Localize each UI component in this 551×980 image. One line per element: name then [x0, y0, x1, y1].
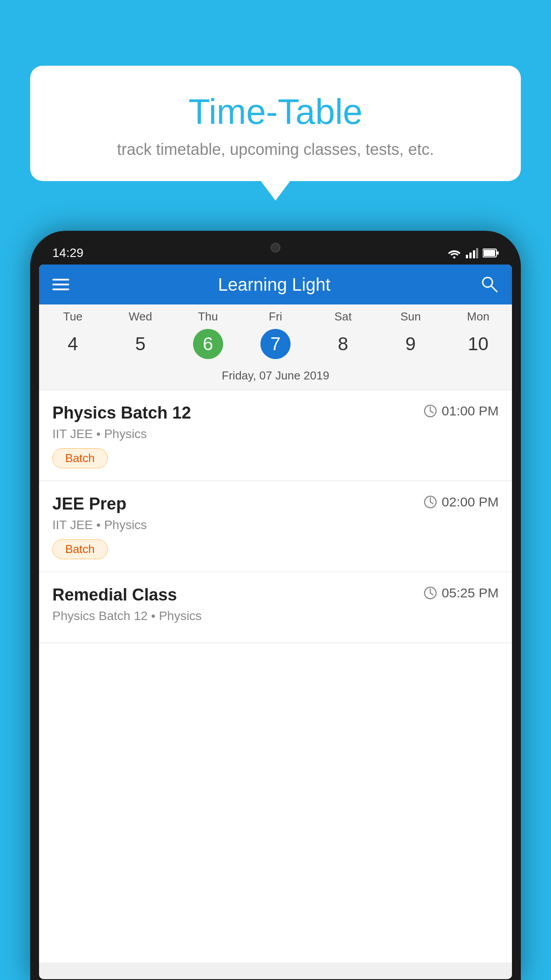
day-header-fri: Fri	[242, 310, 309, 324]
svg-line-15	[430, 502, 433, 504]
clock-icon-2	[423, 495, 437, 509]
phone-screen: Learning Light Tue Wed Thu Fri Sat Sun M…	[39, 265, 512, 979]
item-1-header: Physics Batch 12 01:00 PM	[52, 403, 499, 423]
signal-icon	[466, 248, 478, 258]
svg-line-12	[430, 411, 433, 413]
svg-rect-6	[497, 251, 499, 255]
calendar-strip: Tue Wed Thu Fri Sat Sun Mon 4 5 6 7	[39, 304, 512, 390]
item-2-tag: Batch	[52, 539, 108, 559]
day-headers: Tue Wed Thu Fri Sat Sun Mon	[39, 304, 512, 325]
bubble-subtitle: track timetable, upcoming classes, tests…	[57, 140, 494, 159]
battery-icon	[483, 248, 499, 258]
item-2-time: 02:00 PM	[423, 494, 499, 510]
day-4[interactable]: 4	[39, 328, 106, 360]
notch	[244, 239, 307, 257]
day-header-sun: Sun	[377, 310, 444, 324]
svg-rect-4	[476, 248, 478, 258]
day-10[interactable]: 10	[445, 328, 512, 360]
svg-line-18	[430, 593, 433, 595]
wifi-icon	[447, 248, 461, 258]
app-header: Learning Light	[39, 265, 512, 304]
day-9[interactable]: 9	[377, 328, 444, 360]
item-1-title: Physics Batch 12	[52, 403, 191, 423]
day-7-selected[interactable]: 7	[260, 329, 291, 359]
day-8[interactable]: 8	[309, 328, 377, 360]
svg-rect-1	[466, 255, 468, 258]
app-title: Learning Light	[218, 275, 331, 295]
item-3-title: Remedial Class	[52, 585, 177, 605]
search-icon[interactable]	[479, 274, 499, 295]
svg-line-9	[491, 286, 497, 292]
day-6[interactable]: 6	[174, 328, 242, 360]
day-5[interactable]: 5	[106, 328, 174, 360]
selected-date: Friday, 07 June 2019	[39, 365, 512, 390]
schedule-item-2[interactable]: JEE Prep 02:00 PM IIT JEE • Physics Batc…	[39, 481, 512, 572]
item-2-subtitle: IIT JEE • Physics	[52, 518, 499, 532]
speech-bubble: Time-Table track timetable, upcoming cla…	[30, 66, 521, 181]
item-2-title: JEE Prep	[52, 494, 126, 514]
item-3-header: Remedial Class 05:25 PM	[52, 585, 499, 605]
bubble-title: Time-Table	[57, 92, 494, 131]
day-header-tue: Tue	[39, 310, 106, 324]
status-time: 14:29	[52, 246, 83, 260]
item-3-subtitle: Physics Batch 12 • Physics	[52, 609, 499, 623]
day-header-mon: Mon	[445, 310, 512, 324]
day-header-sat: Sat	[309, 310, 377, 324]
status-bar: 14:29	[39, 239, 512, 265]
item-1-time: 01:00 PM	[423, 403, 499, 419]
item-2-header: JEE Prep 02:00 PM	[52, 494, 499, 514]
item-3-time: 05:25 PM	[423, 585, 499, 601]
schedule-list: Physics Batch 12 01:00 PM IIT JEE • Phys…	[39, 390, 512, 963]
svg-rect-7	[484, 250, 495, 256]
schedule-item-1[interactable]: Physics Batch 12 01:00 PM IIT JEE • Phys…	[39, 390, 512, 481]
svg-point-0	[453, 257, 456, 259]
schedule-item-3[interactable]: Remedial Class 05:25 PM Physics Batch 12…	[39, 572, 512, 643]
clock-icon-3	[423, 586, 437, 600]
item-1-subtitle: IIT JEE • Physics	[52, 427, 499, 441]
day-header-thu: Thu	[174, 310, 242, 324]
svg-rect-3	[473, 250, 475, 258]
camera	[271, 243, 280, 253]
svg-rect-2	[469, 253, 472, 258]
item-1-tag: Batch	[52, 448, 108, 468]
status-icons	[447, 248, 499, 258]
phone-frame: 14:29	[30, 231, 521, 980]
day-numbers: 4 5 6 7 8 9 10	[39, 325, 512, 365]
day-7[interactable]: 7	[242, 328, 309, 360]
hamburger-menu[interactable]	[52, 279, 69, 290]
day-header-wed: Wed	[106, 310, 174, 324]
day-6-today[interactable]: 6	[193, 329, 223, 359]
clock-icon-1	[423, 404, 437, 418]
